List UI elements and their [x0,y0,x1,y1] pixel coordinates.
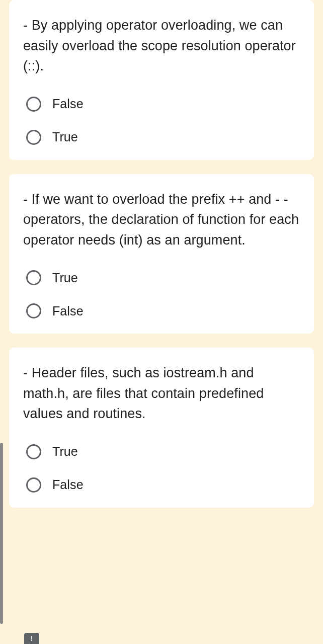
radio-option[interactable]: False [26,97,300,112]
radio-icon [26,477,41,493]
radio-option[interactable]: True [26,130,300,145]
options-group: True False [23,444,300,493]
question-text: - If we want to overload the prefix ++ a… [23,189,300,251]
radio-icon [26,270,41,285]
radio-icon [26,130,41,145]
option-label: True [52,444,78,459]
option-label: True [52,130,78,144]
option-label: True [52,271,78,285]
options-group: True False [23,270,300,318]
radio-icon [26,97,41,112]
option-label: False [52,477,84,492]
alert-badge[interactable]: ! [24,633,39,644]
alert-icon: ! [31,634,33,642]
option-label: False [52,304,84,318]
radio-icon [26,444,41,459]
question-card: - If we want to overload the prefix ++ a… [9,174,314,334]
question-text: - By applying operator overloading, we c… [23,15,300,76]
question-text: - Header files, such as iostream.h and m… [23,363,300,424]
radio-option[interactable]: False [26,303,300,318]
option-label: False [52,97,84,111]
radio-icon [26,303,41,318]
options-group: False True [23,97,300,145]
scroll-indicator[interactable] [0,443,3,624]
question-card: - By applying operator overloading, we c… [9,0,314,160]
radio-option[interactable]: True [26,444,300,459]
radio-option[interactable]: True [26,270,300,285]
question-card: - Header files, such as iostream.h and m… [9,348,314,508]
radio-option[interactable]: False [26,477,300,493]
